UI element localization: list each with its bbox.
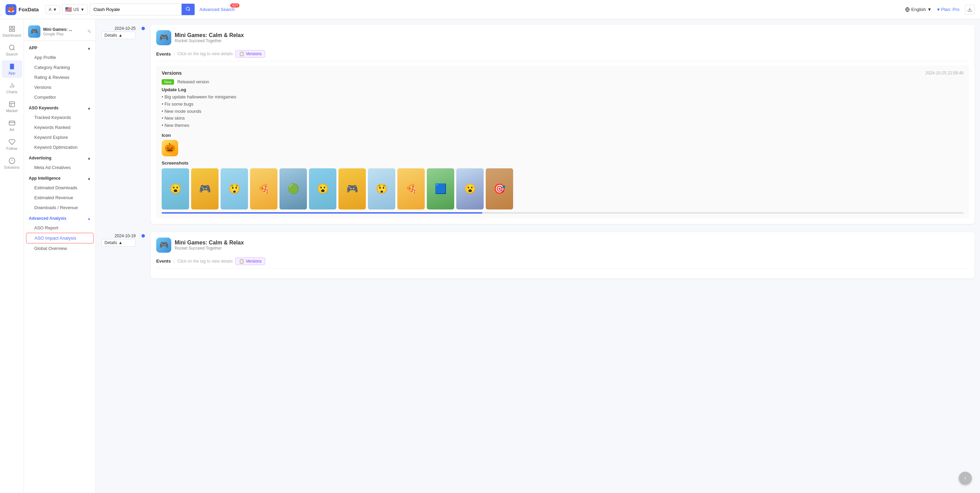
svg-rect-13: [9, 121, 15, 125]
update-log-item-5: • New themes: [162, 122, 964, 129]
nav-search[interactable]: Search: [2, 41, 22, 59]
version-tag-label-2: Versions: [246, 259, 261, 264]
icon-section-1: Icon 🎃: [162, 133, 964, 156]
sidebar-item-rating-reviews[interactable]: Rating & Reviews: [26, 72, 94, 82]
nav-solutions[interactable]: Solutions: [2, 155, 22, 172]
sidebar-app-name: Mini Games: ...: [43, 27, 84, 32]
new-tag-1: New: [162, 79, 174, 85]
timeline-details-button-2[interactable]: Details ▲: [102, 239, 136, 247]
logo-text: FoxData: [19, 6, 39, 12]
screenshot-11: 😮: [456, 168, 484, 209]
update-log-1: Update Log • Big update halloween for mi…: [162, 87, 964, 129]
advanced-search-button[interactable]: Advanced Search HOT: [197, 5, 238, 13]
timeline-item-1: 2024-10-25 Details ▲ 🎮 Mini Games: Calm …: [102, 25, 975, 224]
sidebar-item-keyword-optimization[interactable]: Keyword Optimization: [26, 142, 94, 152]
version-tag-icon-1: 📋: [239, 51, 244, 56]
language-chevron-icon: ▼: [927, 7, 932, 12]
plan-badge[interactable]: ♥ Plan: Pro: [937, 7, 959, 12]
sidebar-item-category-ranking[interactable]: Category Ranking: [26, 62, 94, 72]
svg-rect-3: [9, 26, 11, 29]
versions-status-row: New Released version: [162, 79, 964, 85]
sidebar-item-global-overview[interactable]: Global Overview: [26, 243, 94, 254]
released-label-1: Released version: [177, 80, 209, 85]
sidebar-section-advertising: Advertising ▲ Meta Ad Creatives: [24, 153, 95, 172]
sidebar-section-app-header[interactable]: APP ▲: [24, 43, 95, 53]
nav-app[interactable]: App: [2, 60, 22, 78]
timeline-details-button-1[interactable]: Details ▲: [102, 32, 136, 39]
sidebar-item-app-profile[interactable]: App Profile: [26, 53, 94, 62]
sidebar-section-aso-header[interactable]: ASO Keywords ▲: [24, 104, 95, 112]
screenshots-scrollbar-1[interactable]: [162, 212, 964, 214]
app-subtitle-1: Rocket Succeed Together: [175, 38, 244, 43]
timeline-date-col-2: 2024-10-19 Details ▲: [102, 232, 136, 278]
nav-right: English ▼ ♥ Plan: Pro: [905, 5, 975, 14]
app-title-block-2: Mini Games: Calm & Relax Rocket Succeed …: [175, 239, 244, 250]
screenshots-title-1: Screenshots: [162, 160, 964, 166]
country-flag: 🇺🇸: [65, 6, 72, 13]
nav-charts[interactable]: Charts: [2, 79, 22, 97]
version-tag-1[interactable]: 📋 Versions: [235, 50, 265, 57]
search-input[interactable]: [90, 5, 181, 14]
sidebar-item-aso-impact-analysis[interactable]: ASO Impact Analysis: [26, 233, 94, 243]
nav-follow[interactable]: Follow: [2, 136, 22, 153]
nav-ad[interactable]: Ad: [2, 117, 22, 134]
sidebar-item-keyword-explore[interactable]: Keyword Explore: [26, 132, 94, 142]
app-title-block-1: Mini Games: Calm & Relax Rocket Succeed …: [175, 32, 244, 43]
download-button[interactable]: [965, 5, 975, 14]
sidebar-item-aso-report[interactable]: ASO Report: [26, 223, 94, 233]
country-select[interactable]: 🇺🇸 US ▼: [62, 4, 88, 15]
sidebar-item-downloads-revenue[interactable]: Downloads / Revenue: [26, 203, 94, 212]
screenshot-8: 😲: [368, 168, 395, 209]
details-label-2: Details: [105, 240, 117, 245]
sidebar-item-keywords-ranked[interactable]: Keywords Ranked: [26, 122, 94, 132]
sidebar-app-info: Mini Games: ... Google Play: [43, 27, 84, 36]
screenshot-2: 🎮: [191, 168, 218, 209]
sidebar-app-thumb: 🎮: [28, 26, 40, 38]
screenshots-section-1: Screenshots 😮 🎮 😲 🍕 🟢 😮 🎮 😲 🍕 🟦: [162, 160, 964, 214]
timeline-dot-2: [142, 234, 145, 238]
sidebar-item-estimated-downloads[interactable]: Estimated Downloads: [26, 183, 94, 193]
details-chevron-icon-1: ▲: [119, 33, 123, 38]
platform-chevron-icon: ▼: [53, 7, 57, 12]
sidebar-section-advanced-analysis-header[interactable]: Advanced Analysis ▲: [24, 214, 95, 223]
events-row-1: Events | Click on the tag to view detail…: [156, 50, 969, 61]
language-label: English: [911, 7, 926, 12]
timeline-date-1: 2024-10-25: [102, 26, 136, 31]
sidebar-item-meta-ad-creatives[interactable]: Meta Ad Creatives: [26, 163, 94, 172]
search-button[interactable]: [181, 4, 194, 15]
top-navigation: 🦊 FoxData A ▼ 🇺🇸 US ▼ Advanced Search HO…: [0, 0, 980, 19]
nav-app-label: App: [9, 71, 16, 75]
version-tag-2[interactable]: 📋 Versions: [235, 257, 265, 265]
nav-dashboard[interactable]: Dashboard: [2, 22, 22, 40]
sidebar-item-competitor[interactable]: Competitor: [26, 92, 94, 102]
sidebar-item-tracked-keywords[interactable]: Tracked Keywords: [26, 112, 94, 122]
events-label-1: Events: [156, 51, 171, 57]
app-section-chevron-icon: ▲: [88, 46, 91, 50]
screenshots-row-1: 😮 🎮 😲 🍕 🟢 😮 🎮 😲 🍕 🟦 😮 🎯: [162, 168, 964, 211]
nav-dashboard-label: Dashboard: [3, 33, 21, 37]
icon-section-title-1: Icon: [162, 133, 964, 138]
events-hint-2: Click on the tag to view details: [177, 259, 232, 264]
scroll-to-top-button[interactable]: ↑: [959, 472, 972, 485]
svg-rect-8: [10, 64, 14, 70]
versions-title-1: Versions: [162, 70, 181, 76]
sidebar-section-app-intelligence-header[interactable]: App Intelligence ▲: [24, 174, 95, 183]
sidebar-section-advertising-header[interactable]: Advertising ▲: [24, 153, 95, 163]
nav-market[interactable]: Market: [2, 98, 22, 115]
main-content: 2024-10-25 Details ▲ 🎮 Mini Games: Calm …: [96, 19, 980, 493]
sidebar-item-versions[interactable]: Versions: [26, 82, 94, 92]
logo[interactable]: 🦊 FoxData: [5, 4, 39, 15]
timeline-date-col-1: 2024-10-25 Details ▲: [102, 25, 136, 224]
screenshot-7: 🎮: [339, 168, 366, 209]
timeline-card-2: 🎮 Mini Games: Calm & Relax Rocket Succee…: [151, 232, 975, 278]
main-layout: Dashboard Search App Charts Market Ad Fo…: [0, 19, 980, 493]
svg-rect-6: [12, 29, 14, 32]
sidebar-item-estimated-revenue[interactable]: Estimated Revenue: [26, 193, 94, 203]
hot-badge: HOT: [230, 3, 239, 8]
sidebar-edit-icon[interactable]: ✎: [88, 29, 91, 34]
versions-header-1: Versions 2024-10-25 22:58:48: [162, 70, 964, 76]
language-select[interactable]: English ▼: [905, 7, 932, 12]
svg-rect-5: [9, 29, 11, 32]
platform-select[interactable]: A ▼: [46, 5, 60, 14]
plan-label: Plan: Pro: [941, 7, 959, 12]
